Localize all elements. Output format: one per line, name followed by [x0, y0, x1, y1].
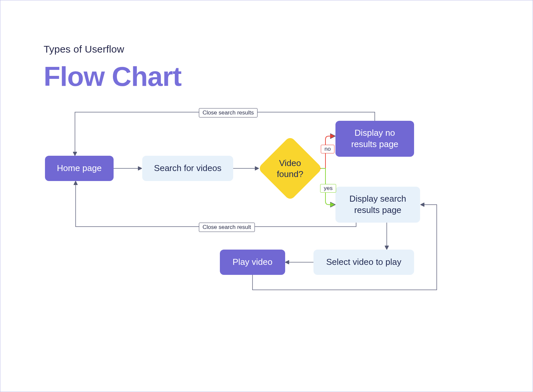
edge-label-yes: yes [320, 184, 336, 193]
flowchart-connectors [0, 0, 533, 392]
edge-label-close-bottom: Close search result [199, 223, 255, 232]
edge-label-close-top: Close search results [199, 108, 258, 117]
edge-label-no: no [321, 145, 334, 153]
flowchart-canvas: Home page Search for videos Video found?… [0, 0, 533, 392]
